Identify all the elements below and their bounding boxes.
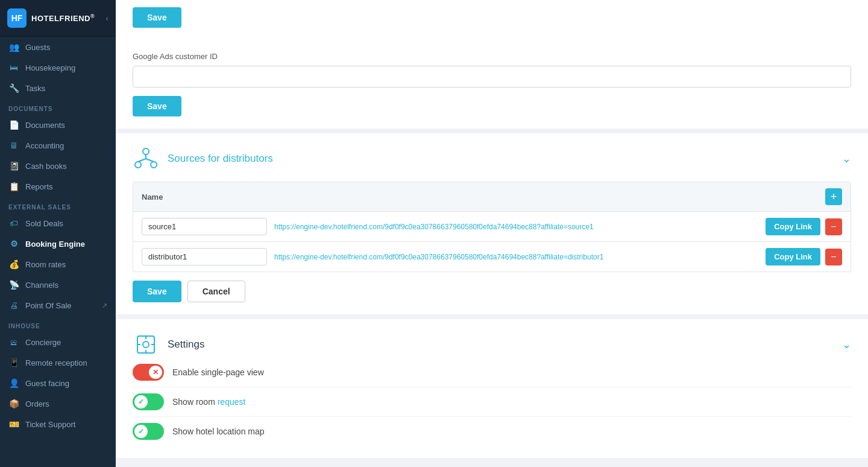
toggle-label-hotel-map: Show hotel location map bbox=[172, 427, 265, 436]
sidebar-item-orders[interactable]: 📦 Orders bbox=[0, 393, 116, 414]
sidebar-item-booking-engine[interactable]: ⚙ Booking Engine bbox=[0, 234, 116, 254]
dist-save-button[interactable]: Save bbox=[133, 281, 181, 302]
copy-link-button-1[interactable]: Copy Link bbox=[766, 218, 820, 235]
sidebar-item-label: Guest facing bbox=[25, 379, 69, 388]
top-save-area: Save bbox=[116, 0, 868, 40]
section-label-documents: DOCUMENTS bbox=[0, 98, 116, 115]
distributors-icon bbox=[133, 145, 159, 172]
sidebar-item-sold-deals[interactable]: 🏷 Sold Deals bbox=[0, 213, 116, 234]
settings-section-header[interactable]: Settings ⌄ bbox=[133, 331, 851, 358]
sidebar-logo: HF HOTELFRIEND® bbox=[7, 8, 95, 28]
sidebar-item-ticket-support[interactable]: 🎫 Ticket Support bbox=[0, 414, 116, 434]
sidebar-item-guests[interactable]: 👥 Guests bbox=[0, 37, 116, 57]
sidebar-item-label: Ticket Support bbox=[25, 420, 75, 429]
svg-line-5 bbox=[146, 159, 154, 162]
orders-icon: 📦 bbox=[8, 399, 19, 408]
sidebar-item-concierge[interactable]: 🛎 Concierge bbox=[0, 332, 116, 352]
concierge-icon: 🛎 bbox=[8, 337, 19, 347]
distributors-section-header[interactable]: Sources for distributors ⌄ bbox=[133, 145, 851, 172]
toggle-row-hotel-map: ✓ Show hotel location map bbox=[133, 417, 851, 446]
sidebar-item-label: Channels bbox=[25, 281, 58, 290]
distributors-title: Sources for distributors bbox=[168, 153, 834, 165]
toggle-single-page-view[interactable]: ✕ bbox=[133, 364, 164, 381]
google-ads-section: Google Ads customer ID Save bbox=[116, 40, 868, 129]
dist-name-cell-2 bbox=[142, 248, 267, 265]
sidebar-item-label: Booking Engine bbox=[25, 240, 85, 249]
sold-deals-icon: 🏷 bbox=[8, 218, 19, 228]
sidebar-item-room-rates[interactable]: 💰 Room rates bbox=[0, 254, 116, 275]
distributors-table: Name + https://engine-dev.hotelfriend.co… bbox=[133, 182, 851, 272]
sidebar-header: HF HOTELFRIEND® ‹ bbox=[0, 0, 116, 37]
sidebar-item-accounting[interactable]: 🖥 Accounting bbox=[0, 135, 116, 156]
svg-point-2 bbox=[151, 162, 157, 168]
guest-facing-icon: 👤 bbox=[8, 378, 19, 388]
tasks-icon: 🔧 bbox=[8, 83, 19, 93]
sidebar-item-label: Tasks bbox=[25, 84, 45, 93]
sidebar-item-reports[interactable]: 📋 Reports bbox=[0, 176, 116, 197]
sidebar-item-label: Orders bbox=[25, 399, 49, 408]
ticket-support-icon: 🎫 bbox=[8, 419, 19, 429]
toggle-row-single-page: ✕ Enable single-page view bbox=[133, 358, 851, 387]
sidebar-item-label: Sold Deals bbox=[25, 219, 63, 228]
dist-actions-cell-2: Copy Link − bbox=[764, 248, 842, 265]
sidebar-item-cash-books[interactable]: 📓 Cash books bbox=[0, 156, 116, 176]
sidebar-item-label: Cash books bbox=[25, 162, 67, 171]
settings-icon bbox=[133, 331, 159, 358]
logo-text: HOTELFRIEND® bbox=[31, 13, 95, 23]
sidebar-item-guest-facing[interactable]: 👤 Guest facing bbox=[0, 373, 116, 393]
room-rates-icon: 💰 bbox=[8, 259, 19, 269]
toggle-hotel-map[interactable]: ✓ bbox=[133, 423, 164, 440]
toggle-track[interactable]: ✓ bbox=[133, 393, 164, 410]
booking-engine-icon: ⚙ bbox=[8, 239, 19, 249]
housekeeping-icon: 🛏 bbox=[8, 63, 19, 72]
sidebar-item-documents[interactable]: 📄 Documents bbox=[0, 115, 116, 135]
svg-line-4 bbox=[138, 159, 146, 162]
google-ads-input[interactable] bbox=[133, 66, 851, 87]
channels-icon: 📡 bbox=[8, 280, 19, 290]
sidebar: HF HOTELFRIEND® ‹ 👥 Guests 🛏 Housekeepin… bbox=[0, 0, 116, 467]
sidebar-item-point-of-sale[interactable]: 🖨 Point Of Sale ↗ bbox=[0, 295, 116, 316]
cash-books-icon: 📓 bbox=[8, 161, 19, 171]
sidebar-item-channels[interactable]: 📡 Channels bbox=[0, 275, 116, 295]
toggle-track[interactable]: ✓ bbox=[133, 423, 164, 440]
dist-link-cell-2: https://engine-dev.hotelfriend.com/9df0f… bbox=[274, 253, 756, 261]
sidebar-item-label: Room rates bbox=[25, 260, 66, 269]
distributors-chevron-icon: ⌄ bbox=[842, 152, 851, 165]
top-save-button[interactable]: Save bbox=[133, 7, 181, 28]
dist-actions-cell-1: Copy Link − bbox=[764, 218, 842, 235]
table-header-name: Name bbox=[142, 192, 274, 202]
toggle-knob: ✕ bbox=[149, 366, 162, 379]
toggle-knob: ✓ bbox=[134, 395, 148, 408]
sidebar-item-tasks[interactable]: 🔧 Tasks bbox=[0, 78, 116, 98]
toggle-track[interactable]: ✕ bbox=[133, 364, 164, 381]
toggle-knob: ✓ bbox=[134, 425, 148, 438]
add-distributor-button[interactable]: + bbox=[825, 188, 842, 205]
dist-name-input-2[interactable] bbox=[142, 248, 267, 265]
remove-distributor-button-2[interactable]: − bbox=[825, 249, 842, 265]
copy-link-button-2[interactable]: Copy Link bbox=[766, 248, 820, 265]
sidebar-item-label: Accounting bbox=[25, 141, 64, 150]
svg-point-7 bbox=[143, 342, 149, 348]
google-ads-save-button[interactable]: Save bbox=[133, 96, 181, 116]
dist-name-cell-1 bbox=[142, 218, 267, 235]
toggle-room-request[interactable]: ✓ bbox=[133, 393, 164, 410]
accounting-icon: 🖥 bbox=[8, 141, 19, 150]
sidebar-item-housekeeping[interactable]: 🛏 Housekeeping bbox=[0, 57, 116, 78]
logo-icon: HF bbox=[7, 8, 27, 28]
table-header-row: Name + bbox=[133, 182, 851, 212]
dist-name-input-1[interactable] bbox=[142, 218, 267, 235]
section-label-external-sales: EXTERNAL SALES bbox=[0, 197, 116, 213]
sidebar-item-label: Reports bbox=[25, 182, 53, 191]
sidebar-item-label: Guests bbox=[25, 43, 50, 52]
section-label-inhouse: INHOUSE bbox=[0, 316, 116, 332]
sidebar-item-label: Remote reception bbox=[25, 358, 87, 367]
dist-cancel-button[interactable]: Cancel bbox=[187, 281, 245, 302]
settings-section: Settings ⌄ ✕ Enable single-page view ✓ S… bbox=[116, 319, 868, 458]
remove-distributor-button-1[interactable]: − bbox=[825, 218, 842, 235]
toggle-label-room-request: Show room request bbox=[172, 397, 245, 407]
sidebar-collapse-button[interactable]: ‹ bbox=[105, 13, 108, 23]
svg-point-0 bbox=[143, 148, 149, 154]
sidebar-item-label: Documents bbox=[25, 121, 65, 130]
point-of-sale-icon: 🖨 bbox=[8, 300, 19, 310]
sidebar-item-remote-reception[interactable]: 📱 Remote reception bbox=[0, 352, 116, 373]
